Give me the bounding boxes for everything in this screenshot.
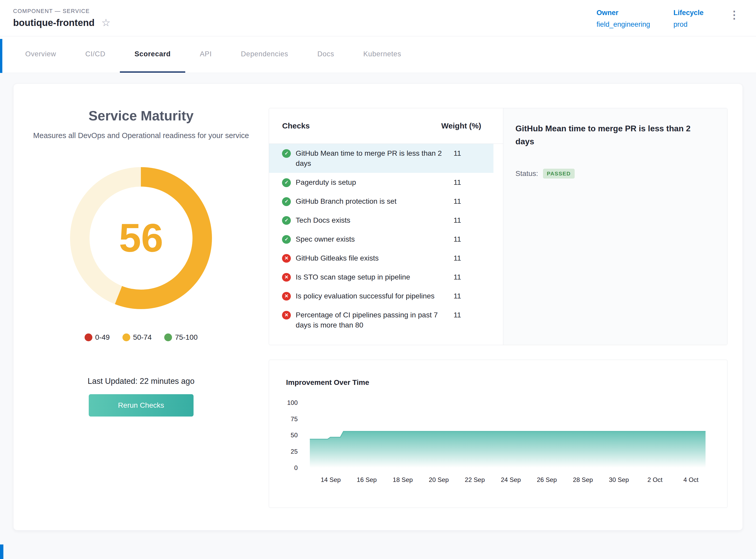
- service-maturity-panel: Service Maturity Measures all DevOps and…: [14, 84, 269, 417]
- legend-dot: [122, 334, 130, 341]
- score-value: 56: [119, 215, 163, 261]
- y-axis-tick: 50: [291, 431, 298, 439]
- favorite-star-icon[interactable]: ☆: [101, 18, 111, 28]
- tab-ci-cd[interactable]: CI/CD: [71, 36, 120, 72]
- legend-item: 50-74: [122, 333, 152, 341]
- checks-header-label: Checks: [282, 121, 310, 130]
- x-axis-tick: 16 Sep: [357, 476, 377, 483]
- legend-item: 0-49: [85, 333, 110, 341]
- y-axis-tick: 100: [287, 399, 298, 406]
- lifecycle-label[interactable]: Lifecycle: [673, 8, 704, 17]
- check-label: Percentage of CI pipelines passing in pa…: [296, 310, 454, 330]
- check-passed-icon: ✓: [282, 216, 291, 225]
- x-axis-tick: 4 Oct: [683, 476, 698, 483]
- nav-edge-strip-bottom: [0, 544, 3, 559]
- check-passed-icon: ✓: [282, 235, 291, 244]
- check-weight: 11: [454, 234, 491, 244]
- weight-header-label: Weight (%): [441, 121, 503, 130]
- tab-scorecard[interactable]: Scorecard: [120, 36, 185, 72]
- x-axis-tick: 22 Sep: [465, 476, 485, 483]
- check-row[interactable]: ✕Is policy evaluation successful for pip…: [269, 287, 494, 306]
- tab-api[interactable]: API: [185, 36, 226, 72]
- check-weight: 11: [454, 177, 491, 187]
- check-label: GitHub Gitleaks file exists: [296, 253, 454, 263]
- x-axis-tick: 30 Sep: [609, 476, 629, 483]
- page-header: COMPONENT — SERVICE boutique-frontend ☆ …: [0, 0, 756, 36]
- nav-edge-strip-top: [0, 39, 2, 73]
- check-label: GitHub Branch protection is set: [296, 196, 454, 206]
- title-row: boutique-frontend ☆: [13, 17, 111, 28]
- page-title: boutique-frontend: [13, 17, 95, 28]
- check-row[interactable]: ✕Percentage of CI pipelines passing in p…: [269, 306, 494, 335]
- checks-panel: Checks Weight (%) ✓GitHub Mean time to m…: [269, 108, 728, 345]
- check-label: Is policy evaluation successful for pipe…: [296, 291, 454, 301]
- lifecycle-block: Lifecycle prod: [673, 8, 704, 28]
- y-axis-tick: 25: [291, 448, 298, 455]
- check-weight: 11: [454, 215, 491, 225]
- x-axis-tick: 28 Sep: [573, 476, 593, 483]
- check-failed-icon: ✕: [282, 311, 291, 320]
- check-passed-icon: ✓: [282, 178, 291, 187]
- scorecard-subtitle: Measures all DevOps and Operational read…: [26, 130, 255, 142]
- x-axis-tick: 14 Sep: [321, 476, 341, 483]
- y-axis-tick: 75: [291, 416, 298, 423]
- check-label: Spec owner exists: [296, 234, 454, 244]
- check-weight: 11: [454, 291, 491, 301]
- status-badge: PASSED: [543, 169, 575, 179]
- check-row[interactable]: ✓Pagerduty is setup11: [269, 173, 494, 192]
- check-label: Tech Docs exists: [296, 215, 454, 225]
- tab-overview[interactable]: Overview: [10, 36, 71, 72]
- tab-dependencies[interactable]: Dependencies: [226, 36, 303, 72]
- check-failed-icon: ✕: [282, 254, 291, 263]
- check-weight: 11: [454, 148, 491, 158]
- check-detail-title: GitHub Mean time to merge PR is less tha…: [516, 122, 703, 148]
- tab-kubernetes[interactable]: Kubernetes: [349, 36, 416, 72]
- scorecard-title: Service Maturity: [14, 108, 269, 124]
- rerun-checks-button[interactable]: Rerun Checks: [89, 394, 193, 417]
- x-axis-tick: 26 Sep: [537, 476, 557, 483]
- y-axis-tick: 0: [294, 464, 298, 471]
- breadcrumb: COMPONENT — SERVICE: [13, 8, 111, 15]
- owner-label[interactable]: Owner: [596, 8, 650, 17]
- x-axis-tick: 24 Sep: [501, 476, 521, 483]
- x-axis-tick: 18 Sep: [393, 476, 413, 483]
- owner-block: Owner field_engineering: [596, 8, 650, 28]
- owner-value-link[interactable]: field_engineering: [596, 20, 650, 28]
- check-passed-icon: ✓: [282, 197, 291, 206]
- check-row[interactable]: ✕Is STO scan stage setup in pipeline11: [269, 268, 494, 287]
- check-failed-icon: ✕: [282, 273, 291, 282]
- kebab-menu-icon[interactable]: ⋮: [727, 8, 741, 21]
- check-weight: 11: [454, 272, 491, 282]
- x-axis-tick: 2 Oct: [647, 476, 662, 483]
- check-weight: 11: [454, 196, 491, 206]
- improvement-chart-svg: 100755025014 Sep16 Sep18 Sep20 Sep22 Sep…: [269, 360, 728, 508]
- status-row: Status: PASSED: [516, 169, 713, 179]
- legend-dot: [85, 334, 92, 341]
- check-row[interactable]: ✓GitHub Mean time to merge PR is less th…: [269, 144, 494, 173]
- check-label: GitHub Mean time to merge PR is less tha…: [296, 148, 454, 169]
- check-weight: 11: [454, 253, 491, 263]
- check-weight: 11: [454, 310, 491, 320]
- checks-table-header: Checks Weight (%): [269, 108, 503, 144]
- page: COMPONENT — SERVICE boutique-frontend ☆ …: [0, 0, 756, 559]
- check-row[interactable]: ✓Tech Docs exists11: [269, 211, 494, 230]
- improvement-chart-panel: Improvement Over Time 100755025014 Sep16…: [269, 360, 728, 508]
- check-row[interactable]: ✕GitHub Gitleaks file exists11: [269, 249, 494, 268]
- header-left: COMPONENT — SERVICE boutique-frontend ☆: [13, 8, 111, 28]
- check-row[interactable]: ✓Spec owner exists11: [269, 230, 494, 249]
- check-label: Is STO scan stage setup in pipeline: [296, 272, 454, 282]
- legend-label: 50-74: [133, 333, 152, 341]
- header-right: Owner field_engineering Lifecycle prod ⋮: [596, 7, 741, 28]
- status-label: Status:: [516, 170, 538, 178]
- tab-docs[interactable]: Docs: [303, 36, 349, 72]
- check-detail-panel: GitHub Mean time to merge PR is less tha…: [503, 108, 728, 345]
- check-row[interactable]: ✓GitHub Branch protection is set11: [269, 192, 494, 211]
- check-label: Pagerduty is setup: [296, 177, 454, 187]
- legend-label: 75-100: [175, 333, 198, 341]
- checks-column: Checks Weight (%) ✓GitHub Mean time to m…: [269, 108, 503, 345]
- score-donut-hole: 56: [90, 186, 192, 290]
- score-donut: 56: [70, 167, 212, 309]
- main-content: Service Maturity Measures all DevOps and…: [0, 73, 756, 531]
- legend-label: 0-49: [95, 333, 110, 341]
- lifecycle-value[interactable]: prod: [673, 20, 704, 28]
